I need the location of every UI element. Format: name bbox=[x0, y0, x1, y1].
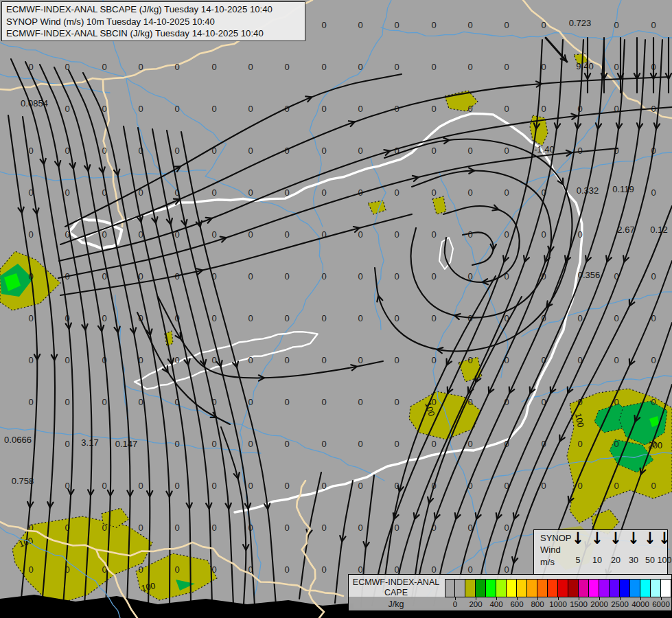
cape-color-swatch bbox=[476, 579, 486, 597]
wind-speed-legend: SYNOP Wind m/s ↓5↓10↓20↓30↓50↓100 bbox=[533, 529, 668, 575]
country-border bbox=[0, 522, 343, 596]
cape-scale-value: 6000 bbox=[649, 600, 672, 608]
wind-streamline bbox=[59, 107, 672, 261]
wind-streamline bbox=[372, 40, 542, 606]
wind-streamline bbox=[383, 276, 496, 592]
cape-color-swatch bbox=[465, 579, 476, 597]
cape-color-swatch bbox=[640, 579, 651, 597]
wind-down-arrow-icon: ↓ bbox=[589, 529, 605, 548]
cape-color-swatch bbox=[517, 579, 527, 597]
cape-color-swatch bbox=[455, 579, 465, 597]
cape-color-swatch bbox=[620, 579, 630, 597]
wind-legend-units: m/s bbox=[540, 557, 555, 567]
wind-streamline bbox=[299, 472, 321, 599]
wind-speed-value: 100 bbox=[653, 556, 672, 565]
cape-color-swatch bbox=[537, 579, 548, 597]
cape-color-swatch bbox=[579, 579, 589, 597]
wind-streamline bbox=[60, 77, 669, 244]
cape-color-swatch bbox=[558, 579, 568, 597]
wind-streamline bbox=[54, 67, 130, 606]
wind-streamline bbox=[463, 232, 494, 265]
wind-streamline bbox=[221, 427, 246, 604]
cape-color-swatch bbox=[661, 579, 671, 597]
off-domain-mask bbox=[0, 595, 354, 618]
cape-color-swatch bbox=[610, 579, 620, 597]
cape-color-swatch bbox=[568, 579, 579, 597]
cape-color-swatch bbox=[445, 579, 455, 597]
cape-color-swatch bbox=[507, 579, 517, 597]
cape-colorbar-legend: ECMWF-INDEX-ANAL CAPE J/kg 0200400600800… bbox=[348, 574, 672, 611]
wind-streamline bbox=[546, 38, 567, 62]
wind-streamline bbox=[137, 312, 230, 424]
wind-legend-subtitle: Wind bbox=[540, 545, 561, 555]
country-border bbox=[297, 481, 324, 618]
cape-color-swatch bbox=[599, 579, 610, 597]
cape-legend-subtitle: CAPE bbox=[349, 588, 443, 597]
title-line-wind: SYNOP Wind (m/s) 10m Tuesday 14-10-2025 … bbox=[6, 16, 301, 28]
wind-legend-title: SYNOP bbox=[540, 533, 572, 543]
wind-down-arrow-icon: ↓ bbox=[656, 529, 672, 548]
wind-streamline bbox=[65, 74, 402, 227]
cape-color-swatch bbox=[589, 579, 599, 597]
wind-down-arrow-icon: ↓ bbox=[607, 529, 624, 548]
wind-down-arrow-icon: ↓ bbox=[570, 529, 586, 548]
cape-color-swatch bbox=[548, 579, 558, 597]
cape-color-swatch bbox=[527, 579, 537, 597]
cape-legend-title: ECMWF-INDEX-ANAL bbox=[349, 577, 443, 587]
title-line-sbcape: ECMWF-INDEX-ANAL SBCAPE (J/kg) Tuesday 1… bbox=[6, 3, 301, 16]
wind-streamline bbox=[25, 62, 92, 606]
streamline-layer bbox=[0, 0, 672, 618]
cape-legend-units: J/kg bbox=[349, 599, 443, 609]
wind-streamline bbox=[181, 132, 276, 606]
wind-streamline bbox=[11, 59, 73, 606]
cape-color-swatch bbox=[651, 579, 661, 597]
weather-map: 0000000000000000000000000000000000000000… bbox=[0, 0, 672, 618]
wind-down-arrow-icon: ↓ bbox=[625, 529, 642, 548]
wind-streamline bbox=[443, 206, 520, 282]
map-title-box: ECMWF-INDEX-ANAL SBCAPE (J/kg) Tuesday 1… bbox=[1, 1, 305, 41]
title-line-sbcin: ECMWF-INDEX-ANAL SBCIN (J/kg) Tuesday 14… bbox=[6, 27, 301, 40]
wind-streamline bbox=[40, 65, 111, 606]
cape-color-swatch bbox=[496, 579, 507, 597]
cape-color-swatch bbox=[630, 579, 640, 597]
wind-streamline bbox=[158, 297, 383, 378]
cape-color-swatch bbox=[486, 579, 496, 597]
